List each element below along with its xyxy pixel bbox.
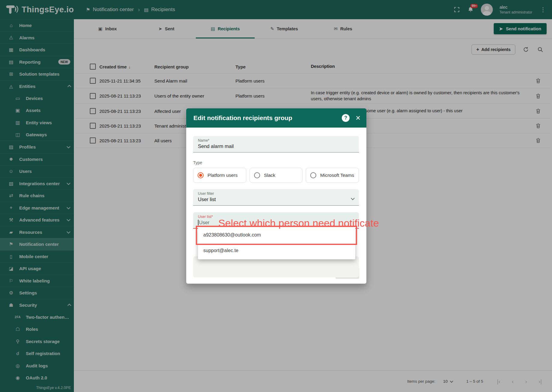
help-icon[interactable]: ?	[342, 114, 350, 122]
close-icon[interactable]: ×	[356, 114, 360, 122]
user-filter-label: User filter	[198, 191, 354, 196]
type-label: Type	[193, 160, 359, 165]
dialog-header: Edit notification recipients group ? ×	[186, 108, 366, 128]
user-list-field[interactable]: User list* User	[193, 212, 359, 229]
radio-selected-icon	[198, 172, 204, 178]
obscured-field	[193, 256, 359, 277]
name-field-label: Name*	[198, 138, 354, 143]
text-cursor	[198, 220, 199, 225]
type-option-label: Platform users	[208, 173, 238, 178]
type-option-slack[interactable]: Slack	[250, 168, 303, 183]
name-field[interactable]: Name* Send alarm mail	[193, 136, 359, 152]
type-option-label: Microsoft Teams	[320, 173, 354, 178]
type-option-microsoft-teams[interactable]: Microsoft Teams	[306, 168, 359, 183]
dialog-title: Edit notification recipients group	[193, 114, 292, 122]
user-autocomplete-dropdown: a923808630@outlook.comsupport@alec.te	[198, 227, 355, 259]
user-list-label: User list*	[198, 215, 354, 219]
dropdown-option-a923808630-outlook-com[interactable]: a923808630@outlook.com	[198, 227, 355, 243]
type-option-label: Slack	[264, 173, 275, 178]
dropdown-option-support-alec-te[interactable]: support@alec.te	[198, 243, 355, 258]
radio-unselected-icon	[254, 172, 260, 178]
name-field-value: Send alarm mail	[198, 143, 354, 149]
radio-unselected-icon	[310, 172, 316, 178]
type-option-platform-users[interactable]: Platform users	[193, 168, 246, 183]
user-filter-value: User list	[198, 197, 354, 202]
user-list-value: User	[199, 220, 210, 225]
user-filter-select[interactable]: User filter User list	[193, 189, 359, 206]
